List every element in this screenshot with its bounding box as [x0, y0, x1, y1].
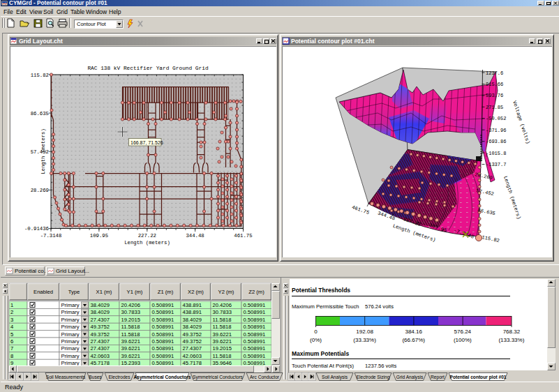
svg-text:384.16: 384.16 [405, 329, 422, 335]
svg-text:5: 5 [10, 331, 13, 338]
svg-text:Type: Type [68, 289, 80, 295]
svg-text:42.0603: 42.0603 [183, 353, 202, 359]
svg-text:20.4206: 20.4206 [213, 302, 232, 308]
svg-text:-371.96: -371.96 [486, 128, 506, 133]
svg-text:438.891: 438.891 [183, 309, 202, 315]
svg-text:1237.6: 1237.6 [486, 70, 503, 76]
svg-text:0.508991: 0.508991 [152, 317, 174, 323]
svg-text:-1337.7: -1337.7 [486, 162, 506, 167]
svg-text:915.66: 915.66 [486, 82, 503, 87]
svg-text:27.4307: 27.4307 [91, 338, 110, 345]
svg-text:11.5818: 11.5818 [213, 353, 232, 359]
svg-text:3: 3 [10, 317, 13, 323]
svg-text:0: 0 [314, 329, 318, 335]
svg-text:Enabled: Enabled [33, 289, 53, 295]
svg-text:Z2 (m): Z2 (m) [248, 289, 264, 295]
svg-text:39.6221: 39.6221 [121, 353, 140, 359]
svg-text:0.508991: 0.508991 [244, 324, 266, 330]
svg-text:57.452: 57.452 [31, 149, 49, 155]
svg-text:(100%): (100%) [454, 337, 472, 343]
svg-text:0.508991: 0.508991 [244, 302, 266, 308]
svg-text:0.508991: 0.508991 [244, 338, 266, 345]
svg-text:Potential contour plot #01: Potential contour plot #01 [450, 375, 507, 380]
svg-text:Primary: Primary [61, 317, 80, 323]
svg-text:Primary: Primary [61, 324, 80, 330]
svg-text:0.508991: 0.508991 [244, 331, 266, 338]
svg-text:86.635: 86.635 [31, 111, 49, 116]
svg-text:0.508991: 0.508991 [152, 338, 174, 345]
svg-text:11.5818: 11.5818 [213, 317, 232, 323]
svg-text:(0%): (0%) [310, 337, 322, 343]
svg-text:(33.33%): (33.33%) [353, 337, 376, 343]
svg-text:8: 8 [10, 353, 13, 359]
svg-text:39.6221: 39.6221 [213, 338, 232, 345]
svg-text:438.891: 438.891 [183, 302, 202, 308]
svg-text:19.2015: 19.2015 [121, 317, 140, 323]
svg-text:X2 (m): X2 (m) [188, 289, 204, 295]
svg-text:4: 4 [10, 324, 13, 330]
svg-text:30.7833: 30.7833 [121, 309, 140, 315]
svg-text:27.4307: 27.4307 [91, 345, 110, 352]
svg-text:38.4029: 38.4029 [183, 317, 202, 323]
svg-text:11.5818: 11.5818 [213, 324, 232, 330]
svg-text:Y2 (m): Y2 (m) [218, 289, 234, 295]
svg-text:2: 2 [10, 309, 13, 315]
svg-text:49.3752: 49.3752 [183, 338, 202, 345]
svg-text:1: 1 [10, 302, 13, 308]
svg-text:0.508991: 0.508991 [244, 309, 266, 315]
svg-text:RAC 138 kV Rectifier Yard Grou: RAC 138 kV Rectifier Yard Ground Grid [87, 66, 208, 71]
svg-text:0.508991: 0.508991 [152, 345, 174, 352]
svg-text:19.2015: 19.2015 [213, 345, 232, 352]
svg-text:20.4206: 20.4206 [121, 302, 140, 308]
svg-text:271.85: 271.85 [486, 105, 503, 110]
svg-text:Primary: Primary [61, 353, 80, 359]
svg-text:Y1 (m): Y1 (m) [127, 289, 143, 295]
svg-text:0.508991: 0.508991 [152, 302, 174, 308]
svg-text:(66.67%): (66.67%) [402, 337, 425, 343]
svg-text:Electrode Sizing: Electrode Sizing [357, 375, 390, 380]
svg-text:344.48: 344.48 [186, 233, 204, 239]
svg-text:192.08: 192.08 [356, 329, 373, 335]
svg-text:-7.3148: -7.3148 [40, 233, 62, 239]
svg-text:0.508991: 0.508991 [244, 345, 266, 352]
svg-text:38.4029: 38.4029 [183, 324, 202, 330]
svg-text:11.5818: 11.5818 [121, 324, 140, 330]
svg-text:593.76: 593.76 [486, 93, 503, 98]
svg-text:227.22: 227.22 [138, 233, 156, 239]
svg-text:27.4307: 27.4307 [91, 317, 110, 323]
svg-text:Length (meters): Length (meters) [40, 128, 46, 174]
svg-text:Primary: Primary [61, 302, 80, 308]
svg-text:0.508991: 0.508991 [152, 309, 174, 315]
svg-text:109.95: 109.95 [90, 233, 108, 239]
svg-text:Grid Analysis: Grid Analysis [396, 375, 424, 380]
svg-text:30.7833: 30.7833 [213, 309, 232, 315]
svg-text:11.5818: 11.5818 [121, 331, 140, 338]
svg-text:27.4307: 27.4307 [183, 345, 202, 352]
svg-text:576.24: 576.24 [454, 329, 472, 335]
svg-text:0.508991: 0.508991 [152, 324, 174, 330]
svg-text:6: 6 [10, 338, 13, 345]
svg-text:115.82: 115.82 [31, 73, 49, 78]
svg-text:-693.86: -693.86 [486, 139, 506, 144]
svg-text:461.75: 461.75 [234, 233, 252, 239]
svg-text:28.269: 28.269 [31, 188, 49, 193]
svg-text:(133.33%): (133.33%) [498, 337, 524, 343]
svg-text:-1015.8: -1015.8 [486, 151, 506, 156]
svg-text:0.508991: 0.508991 [244, 353, 266, 359]
svg-text:Primary: Primary [61, 309, 80, 315]
svg-text:49.3752: 49.3752 [183, 331, 202, 338]
svg-text:Soil Analysis: Soil Analysis [322, 375, 348, 380]
svg-text:0.508991: 0.508991 [152, 353, 174, 359]
svg-text:Primary: Primary [61, 345, 80, 352]
svg-text:Length (meters): Length (meters) [124, 240, 170, 246]
svg-text:Report: Report [431, 375, 445, 380]
svg-text:38.4029: 38.4029 [91, 302, 110, 308]
svg-text:42.0603: 42.0603 [91, 353, 110, 359]
svg-text:-50.052: -50.052 [486, 116, 506, 121]
svg-text:X1 (m): X1 (m) [96, 289, 112, 295]
svg-text:Primary: Primary [61, 331, 80, 338]
svg-text:768.32: 768.32 [503, 329, 521, 335]
svg-text:Primary: Primary [61, 338, 80, 345]
svg-text:7: 7 [10, 345, 13, 352]
svg-text:39.6221: 39.6221 [121, 345, 140, 352]
